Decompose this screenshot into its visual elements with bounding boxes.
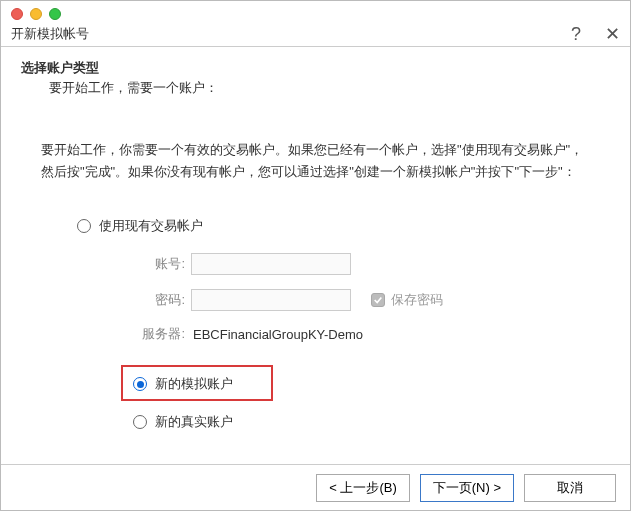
radio-label: 新的真实账户 [155, 413, 233, 431]
next-button[interactable]: 下一页(N) > [420, 474, 514, 502]
account-type-options: 使用现有交易帐户 账号: 密码: 保存密码 服务器: [77, 211, 610, 437]
dialog-footer: < 上一步(B) 下一页(N) > 取消 [1, 464, 630, 510]
close-icon[interactable]: ✕ [605, 25, 620, 43]
password-input[interactable] [191, 289, 351, 311]
zoom-dot[interactable] [49, 8, 61, 20]
section-title: 选择账户类型 [21, 59, 610, 77]
option-existing-account[interactable]: 使用现有交易帐户 [77, 211, 610, 241]
server-row: 服务器: EBCFinancialGroupKY-Demo [131, 325, 610, 343]
server-label: 服务器: [131, 325, 191, 343]
server-value: EBCFinancialGroupKY-Demo [193, 327, 610, 342]
minimize-dot[interactable] [30, 8, 42, 20]
save-password-checkbox[interactable] [371, 293, 385, 307]
password-label: 密码: [131, 291, 191, 309]
section-subtitle: 要开始工作，需要一个账户： [49, 79, 610, 97]
titlebar: 开新模拟帐号 ? ✕ [1, 1, 630, 47]
existing-account-form: 账号: 密码: 保存密码 [131, 253, 610, 311]
login-input[interactable] [191, 253, 351, 275]
login-label: 账号: [131, 255, 191, 273]
instructions-text: 要开始工作，你需要一个有效的交易帐户。如果您已经有一个帐户，选择"使用现有交易账… [41, 139, 590, 183]
option-new-real-account[interactable]: 新的真实账户 [133, 407, 610, 437]
save-password-cell: 保存密码 [371, 291, 610, 309]
new-account-options: 新的模拟账户 新的真实账户 [133, 369, 610, 437]
check-icon [373, 295, 383, 305]
radio-label: 新的模拟账户 [155, 375, 233, 393]
dialog-window: 开新模拟帐号 ? ✕ 选择账户类型 要开始工作，需要一个账户： 要开始工作，你需… [0, 0, 631, 511]
radio-icon [77, 219, 91, 233]
radio-label: 使用现有交易帐户 [99, 217, 203, 235]
traffic-lights [11, 5, 620, 23]
help-icon[interactable]: ? [571, 25, 581, 43]
content-area: 选择账户类型 要开始工作，需要一个账户： 要开始工作，你需要一个有效的交易帐户。… [1, 47, 630, 464]
radio-icon [133, 377, 147, 391]
close-dot[interactable] [11, 8, 23, 20]
cancel-button[interactable]: 取消 [524, 474, 616, 502]
save-password-label: 保存密码 [391, 291, 443, 309]
radio-icon [133, 415, 147, 429]
back-button[interactable]: < 上一步(B) [316, 474, 410, 502]
window-title: 开新模拟帐号 [11, 25, 89, 43]
option-new-demo-account[interactable]: 新的模拟账户 [133, 369, 610, 399]
